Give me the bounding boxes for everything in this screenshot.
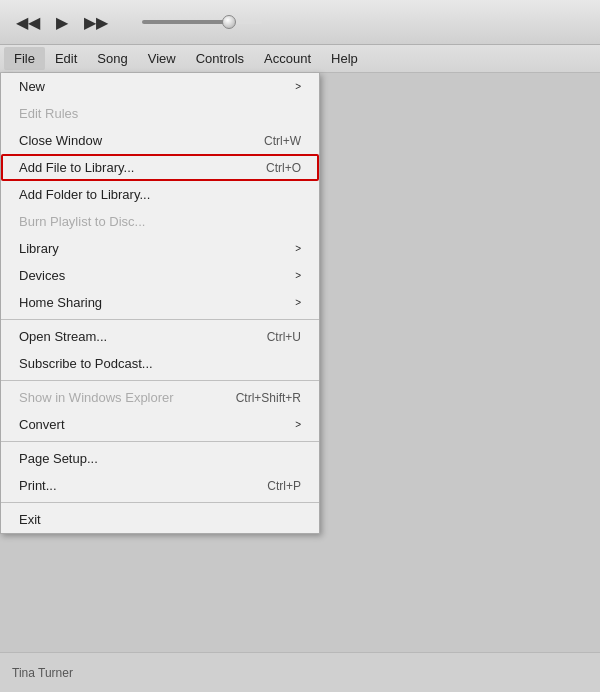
menu-controls[interactable]: Controls bbox=[186, 47, 254, 70]
dropdown-item-add-folder[interactable]: Add Folder to Library... bbox=[1, 181, 319, 208]
item-label-edit-rules: Edit Rules bbox=[19, 106, 301, 121]
play-button[interactable]: ▶ bbox=[52, 11, 72, 34]
item-label-burn-playlist: Burn Playlist to Disc... bbox=[19, 214, 301, 229]
item-label-close-window: Close Window bbox=[19, 133, 244, 148]
dropdown-item-devices[interactable]: Devices> bbox=[1, 262, 319, 289]
dropdown-item-show-explorer: Show in Windows ExplorerCtrl+Shift+R bbox=[1, 384, 319, 411]
item-label-exit: Exit bbox=[19, 512, 301, 527]
top-bar: ◀◀ ▶ ▶▶ bbox=[0, 0, 600, 45]
item-label-library: Library bbox=[19, 241, 285, 256]
menu-song[interactable]: Song bbox=[87, 47, 137, 70]
item-shortcut-add-file: Ctrl+O bbox=[266, 161, 301, 175]
item-label-devices: Devices bbox=[19, 268, 285, 283]
dropdown-item-add-file[interactable]: Add File to Library...Ctrl+O bbox=[1, 154, 319, 181]
item-label-add-file: Add File to Library... bbox=[19, 160, 246, 175]
item-label-convert: Convert bbox=[19, 417, 285, 432]
menu-account[interactable]: Account bbox=[254, 47, 321, 70]
separator-after-convert bbox=[1, 441, 319, 442]
separator-after-print bbox=[1, 502, 319, 503]
dropdown-item-library[interactable]: Library> bbox=[1, 235, 319, 262]
separator-after-subscribe-podcast bbox=[1, 380, 319, 381]
item-shortcut-open-stream: Ctrl+U bbox=[267, 330, 301, 344]
bottom-bar: Tina Turner bbox=[0, 652, 600, 692]
menu-view[interactable]: View bbox=[138, 47, 186, 70]
dropdown-item-subscribe-podcast[interactable]: Subscribe to Podcast... bbox=[1, 350, 319, 377]
item-arrow-convert: > bbox=[295, 419, 301, 430]
item-arrow-devices: > bbox=[295, 270, 301, 281]
item-shortcut-show-explorer: Ctrl+Shift+R bbox=[236, 391, 301, 405]
item-label-show-explorer: Show in Windows Explorer bbox=[19, 390, 216, 405]
dropdown-item-close-window[interactable]: Close WindowCtrl+W bbox=[1, 127, 319, 154]
item-arrow-library: > bbox=[295, 243, 301, 254]
file-dropdown: New>Edit RulesClose WindowCtrl+WAdd File… bbox=[0, 73, 320, 534]
dropdown-item-home-sharing[interactable]: Home Sharing> bbox=[1, 289, 319, 316]
rewind-button[interactable]: ◀◀ bbox=[12, 11, 44, 34]
menu-file[interactable]: File bbox=[4, 47, 45, 70]
menu-edit[interactable]: Edit bbox=[45, 47, 87, 70]
item-shortcut-close-window: Ctrl+W bbox=[264, 134, 301, 148]
separator-after-home-sharing bbox=[1, 319, 319, 320]
menu-help[interactable]: Help bbox=[321, 47, 368, 70]
item-label-page-setup: Page Setup... bbox=[19, 451, 301, 466]
dropdown-item-new[interactable]: New> bbox=[1, 73, 319, 100]
volume-thumb bbox=[222, 15, 236, 29]
item-arrow-new: > bbox=[295, 81, 301, 92]
item-label-open-stream: Open Stream... bbox=[19, 329, 247, 344]
menu-bar: File Edit Song View Controls Account Hel… bbox=[0, 45, 600, 73]
item-arrow-home-sharing: > bbox=[295, 297, 301, 308]
forward-button[interactable]: ▶▶ bbox=[80, 11, 112, 34]
dropdown-item-print[interactable]: Print...Ctrl+P bbox=[1, 472, 319, 499]
dropdown-item-open-stream[interactable]: Open Stream...Ctrl+U bbox=[1, 323, 319, 350]
transport-controls: ◀◀ ▶ ▶▶ bbox=[12, 11, 112, 34]
now-playing-text: Tina Turner bbox=[12, 666, 73, 680]
item-label-print: Print... bbox=[19, 478, 247, 493]
dropdown-item-burn-playlist: Burn Playlist to Disc... bbox=[1, 208, 319, 235]
volume-slider[interactable] bbox=[142, 20, 262, 24]
dropdown-item-edit-rules: Edit Rules bbox=[1, 100, 319, 127]
item-label-subscribe-podcast: Subscribe to Podcast... bbox=[19, 356, 301, 371]
item-label-home-sharing: Home Sharing bbox=[19, 295, 285, 310]
item-label-add-folder: Add Folder to Library... bbox=[19, 187, 301, 202]
dropdown-item-convert[interactable]: Convert> bbox=[1, 411, 319, 438]
item-shortcut-print: Ctrl+P bbox=[267, 479, 301, 493]
dropdown-item-page-setup[interactable]: Page Setup... bbox=[1, 445, 319, 472]
item-label-new: New bbox=[19, 79, 285, 94]
dropdown-item-exit[interactable]: Exit bbox=[1, 506, 319, 533]
